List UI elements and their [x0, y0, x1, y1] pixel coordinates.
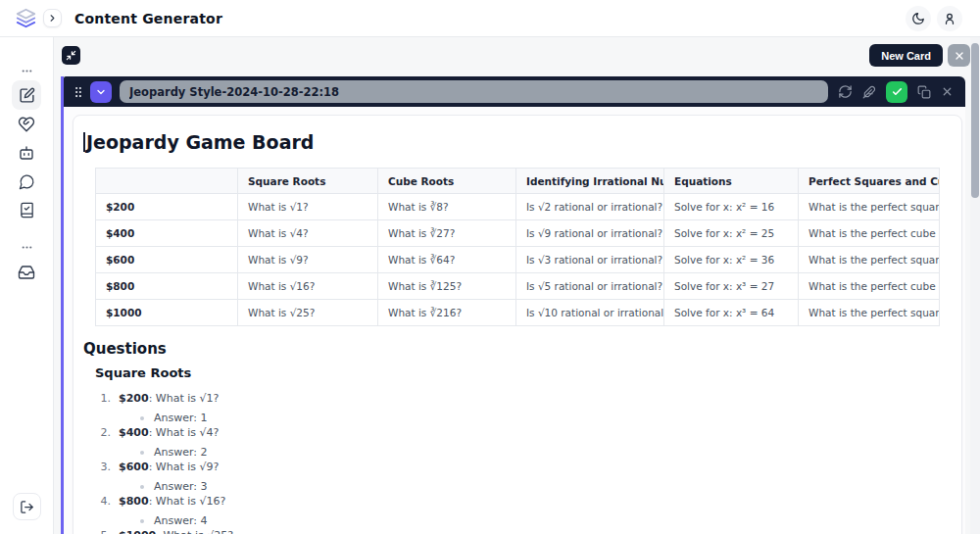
- table-cell: Is √10 rational or irrational?: [516, 300, 664, 326]
- moon-icon: [911, 12, 925, 25]
- question-item: 5. $1000: What is √25?: [95, 529, 940, 534]
- regenerate-button[interactable]: [838, 84, 853, 99]
- app-title: Content Generator: [74, 11, 222, 26]
- copy-button[interactable]: [917, 85, 931, 99]
- heart-handshake-icon: [18, 116, 35, 133]
- sidebar-expand-button[interactable]: [43, 9, 62, 27]
- question-item: 4. $800: What is √16?: [95, 495, 940, 509]
- table-cell: Solve for x: x² = 16: [664, 194, 799, 220]
- feather-icon: [862, 85, 876, 99]
- sidebar-more-bottom[interactable]: [21, 241, 33, 253]
- answer-text: Answer: 3: [154, 480, 208, 494]
- board-title: Jeopardy Game Board: [83, 129, 940, 155]
- row-value-cell: $1000: [96, 300, 238, 326]
- sidebar-item-library[interactable]: [19, 201, 35, 218]
- refresh-icon: [838, 84, 853, 99]
- table-cell: What is √1?: [238, 194, 378, 220]
- table-row: $600 What is √9? What is ∛64? Is √3 rati…: [96, 247, 940, 273]
- bullet-icon: [140, 485, 144, 489]
- sidebar-item-editor[interactable]: [12, 80, 41, 110]
- jeopardy-table: Square Roots Cube Roots Identifying Irra…: [95, 168, 940, 326]
- bullet-icon: [140, 451, 144, 455]
- answer-item: Answer: 4: [140, 514, 940, 528]
- table-row: $400 What is √4? What is ∛27? Is √9 rati…: [96, 220, 940, 247]
- table-cell: Is √2 rational or irrational?: [516, 194, 664, 220]
- collapse-button[interactable]: [62, 46, 80, 65]
- bot-icon: [18, 144, 35, 162]
- sidebar-more-top[interactable]: [21, 65, 33, 76]
- table-cell: Is √9 rational or irrational?: [516, 220, 664, 247]
- more-horizontal-icon: [21, 241, 33, 254]
- bullet-icon: [140, 416, 144, 420]
- table-row: $1000 What is √25? What is ∛216? Is √10 …: [96, 300, 940, 326]
- table-row: $800 What is √16? What is ∛125? Is √5 ra…: [96, 273, 940, 300]
- answer-text: Answer: 2: [154, 446, 208, 460]
- table-header-row: Square Roots Cube Roots Identifying Irra…: [96, 169, 940, 194]
- check-icon: [891, 85, 904, 98]
- card-editor[interactable]: Jeopardy Game Board Square Roots Cube Ro…: [73, 115, 962, 534]
- table-cell: What is √4?: [238, 220, 378, 247]
- table-header-cell: Equations: [664, 169, 799, 194]
- close-card-button[interactable]: [941, 85, 954, 98]
- question-item: 1. $200: What is √1?: [95, 392, 940, 406]
- close-workspace-button[interactable]: [948, 44, 970, 67]
- collapse-icon: [66, 50, 76, 61]
- table-cell: What is ∛27?: [378, 220, 516, 247]
- row-value-cell: $200: [96, 194, 238, 220]
- row-value-cell: $400: [96, 220, 238, 247]
- question-value: $1000: [119, 529, 156, 534]
- account-button[interactable]: [937, 6, 962, 31]
- generator-card: Jeopardy Game Board Square Roots Cube Ro…: [61, 76, 965, 534]
- table-row: $200 What is √1? What is ∛8? Is √2 ratio…: [96, 194, 940, 220]
- inbox-icon: [18, 264, 35, 281]
- sidebar-item-favorites[interactable]: [18, 116, 35, 133]
- scrollbar-track[interactable]: [970, 37, 980, 534]
- table-cell: What is the perfect square of 10?: [799, 300, 940, 326]
- card-body: Jeopardy Game Board Square Roots Cube Ro…: [64, 107, 965, 534]
- approve-button[interactable]: [886, 81, 907, 103]
- layers-icon: [16, 8, 36, 28]
- sidebar-item-assistant[interactable]: [18, 144, 35, 162]
- card-title-input[interactable]: [120, 80, 828, 103]
- question-text: : What is √25?: [156, 529, 233, 534]
- question-number: 4.: [95, 495, 111, 509]
- table-cell: What is the perfect square of 12?: [799, 247, 940, 273]
- sidebar: [0, 37, 54, 534]
- sidebar-item-chat[interactable]: [19, 172, 35, 190]
- table-cell: What is the perfect cube of 5?: [799, 273, 940, 300]
- question-value: $400: [119, 426, 149, 439]
- new-card-button[interactable]: New Card: [869, 44, 943, 67]
- answer-text: Answer: 4: [154, 514, 208, 528]
- table-cell: Solve for x: x² = 36: [664, 247, 799, 273]
- edit-style-button[interactable]: [862, 85, 876, 99]
- card-toolbar: [64, 76, 965, 107]
- table-cell: What is ∛125?: [378, 273, 516, 300]
- scrollbar-thumb[interactable]: [971, 43, 979, 198]
- close-icon: [941, 85, 954, 98]
- book-check-icon: [19, 202, 35, 218]
- question-number: 1.: [95, 392, 111, 406]
- answer-item: Answer: 3: [140, 480, 940, 494]
- logout-icon: [20, 500, 34, 514]
- table-header-cell: Identifying Irrational Numbers: [516, 169, 664, 194]
- app-header: Content Generator: [0, 0, 980, 37]
- table-cell: What is ∛64?: [378, 247, 516, 273]
- theme-toggle-button[interactable]: [906, 6, 931, 31]
- row-value-cell: $800: [96, 273, 238, 300]
- category-heading: Square Roots: [95, 364, 940, 382]
- table-cell: Is √3 rational or irrational?: [516, 247, 664, 273]
- table-cell: What is √16?: [238, 273, 378, 300]
- expand-card-button[interactable]: [90, 81, 112, 103]
- close-icon: [954, 50, 965, 62]
- edit-icon: [19, 87, 35, 104]
- table-cell: What is √25?: [238, 300, 378, 326]
- question-number: 3.: [95, 461, 111, 474]
- logout-button[interactable]: [13, 493, 41, 520]
- question-item: 3. $600: What is √9?: [95, 461, 940, 474]
- drag-handle[interactable]: [74, 85, 83, 99]
- chevron-right-icon: [47, 13, 58, 24]
- grip-icon: [74, 85, 83, 99]
- table-header-cell: Cube Roots: [378, 169, 516, 194]
- main-area: New Card: [54, 37, 980, 534]
- sidebar-item-inbox[interactable]: [18, 264, 35, 281]
